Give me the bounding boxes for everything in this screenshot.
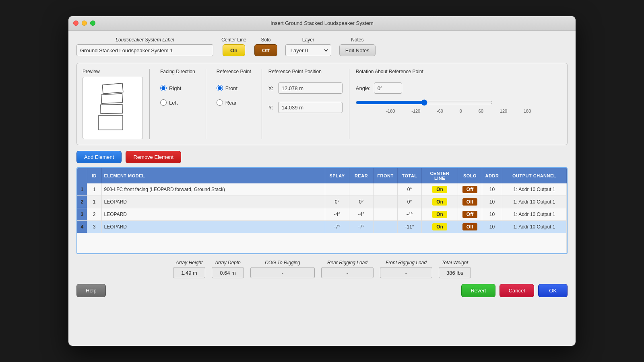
x-input[interactable] — [278, 82, 343, 94]
facing-right-radio[interactable] — [160, 85, 167, 91]
reference-rear-option[interactable]: Rear — [217, 99, 251, 106]
col-rear[interactable]: REAR — [349, 168, 374, 183]
divider-1 — [149, 69, 150, 139]
angle-label: Angle: — [356, 85, 371, 91]
row-4-rear: -7° — [349, 221, 374, 233]
front-rigging-label: Front Rigging Load — [386, 260, 427, 265]
col-splay[interactable]: SPLAY — [325, 168, 349, 183]
system-label-input[interactable] — [76, 44, 213, 56]
row-2-centerline[interactable]: On — [422, 196, 458, 208]
row-1-centerline[interactable]: On — [422, 183, 458, 196]
close-button[interactable] — [73, 21, 78, 26]
remove-element-button[interactable]: Remove Element — [126, 151, 181, 163]
table-row[interactable]: 3 2 LEOPARD -4° -4° -4° On Off 10 1: Add… — [77, 208, 567, 221]
row-3-solo[interactable]: Off — [458, 208, 482, 221]
main-panel: Preview Facing Direction — [76, 63, 568, 145]
col-output[interactable]: OUTPUT CHANNEL — [502, 168, 567, 183]
row-3-total: -4° — [398, 208, 422, 221]
edit-notes-button[interactable]: Edit Notes — [339, 44, 376, 56]
row-2-solo[interactable]: Off — [458, 196, 482, 208]
col-total[interactable]: TOTAL — [398, 168, 422, 183]
facing-right-label: Right — [169, 85, 181, 91]
layer-select-wrapper[interactable]: Layer 0 Layer 1 Layer 2 — [285, 44, 331, 56]
solo-button[interactable]: Off — [254, 44, 277, 56]
minimize-button[interactable] — [82, 21, 87, 26]
row-2-output: 1: Addr 10 Output 1 — [502, 196, 567, 208]
ok-button[interactable]: OK — [538, 284, 568, 297]
col-front[interactable]: FRONT — [374, 168, 398, 183]
traffic-lights — [73, 21, 95, 26]
slider-label-neg180: -180 — [386, 109, 395, 113]
row-2-splay: 0° — [325, 196, 349, 208]
divider-3 — [262, 69, 262, 139]
center-line-button[interactable]: On — [223, 44, 245, 56]
table-row[interactable]: 1 1 900-LFC front facing (LEOPARD forwar… — [77, 183, 567, 196]
col-solo[interactable]: SOLO — [458, 168, 482, 183]
row-4-front — [374, 221, 398, 233]
col-id[interactable]: ID — [87, 168, 101, 183]
row-2-rear: 0° — [349, 196, 374, 208]
bottom-stats: Array Height 1.49 m Array Depth 0.64 m C… — [76, 260, 568, 278]
cancel-button[interactable]: Cancel — [500, 284, 534, 297]
table-body: 1 1 900-LFC front facing (LEOPARD forwar… — [77, 183, 567, 253]
y-input[interactable] — [278, 102, 343, 113]
col-model[interactable]: ELEMENT MODEL — [101, 168, 325, 183]
notes-label: Notes — [351, 37, 363, 43]
row-4-total: -11° — [398, 221, 422, 233]
reference-section: Reference Point Front Rear — [213, 69, 255, 139]
layer-select[interactable]: Layer 0 Layer 1 Layer 2 — [289, 47, 329, 54]
svg-rect-2 — [101, 104, 122, 113]
row-1-rear — [349, 183, 374, 196]
reference-front-radio[interactable] — [217, 85, 223, 91]
svg-rect-1 — [101, 93, 122, 103]
row-1-solo[interactable]: Off — [458, 183, 482, 196]
add-element-button[interactable]: Add Element — [76, 151, 122, 163]
row-3-centerline[interactable]: On — [422, 208, 458, 221]
angle-input[interactable] — [374, 82, 402, 94]
row-3-front — [374, 208, 398, 221]
row-2-model: LEOPARD — [101, 196, 325, 208]
reference-front-option[interactable]: Front — [217, 85, 251, 91]
row-1-output: 1: Addr 10 Output 1 — [502, 183, 567, 196]
array-depth-group: Array Depth 0.64 m — [212, 260, 244, 278]
array-height-value: 1.49 m — [173, 267, 205, 278]
facing-right-option[interactable]: Right — [160, 85, 195, 91]
rotation-slider[interactable] — [356, 99, 493, 106]
col-addr[interactable]: ADDR — [482, 168, 502, 183]
row-3-model: LEOPARD — [101, 208, 325, 221]
array-height-label: Array Height — [176, 260, 203, 265]
ref-pos-label: Reference Point Position — [268, 69, 343, 74]
solo-label: Solo — [261, 37, 270, 43]
reference-front-label: Front — [225, 85, 237, 91]
maximize-button[interactable] — [90, 21, 95, 26]
layer-group: Layer Layer 0 Layer 1 Layer 2 — [285, 37, 331, 56]
table-row[interactable]: 4 3 LEOPARD -7° -7° -11° On Off 10 1: Ad… — [77, 221, 567, 233]
array-depth-label: Array Depth — [215, 260, 241, 265]
system-label-heading: Loudspeaker System Label — [76, 37, 213, 43]
col-row-num — [77, 168, 87, 183]
center-line-group: Center Line On — [221, 37, 246, 56]
help-button[interactable]: Help — [76, 284, 106, 297]
row-4-output: 1: Addr 10 Output 1 — [502, 221, 567, 233]
reference-rear-radio[interactable] — [217, 99, 223, 106]
col-center-line[interactable]: CENTER LINE — [422, 168, 458, 183]
divider-2 — [206, 69, 206, 139]
row-4-centerline[interactable]: On — [422, 221, 458, 233]
row-4-addr: 10 — [482, 221, 502, 233]
row-4-solo[interactable]: Off — [458, 221, 482, 233]
elements-table: ID ELEMENT MODEL SPLAY REAR FRONT TOTAL … — [77, 168, 567, 253]
row-1-front — [374, 183, 398, 196]
facing-left-radio[interactable] — [160, 99, 167, 106]
reference-label: Reference Point — [217, 69, 251, 74]
table-row[interactable]: 2 1 LEOPARD 0° 0° 0° On Off 10 1: Addr 1… — [77, 196, 567, 208]
total-weight-label: Total Weight — [442, 260, 468, 265]
rear-rigging-value: - — [321, 267, 374, 278]
svg-rect-3 — [99, 115, 123, 130]
facing-left-option[interactable]: Left — [160, 99, 195, 106]
row-4-splay: -7° — [325, 221, 349, 233]
slider-container: -180 -120 -60 0 60 120 180 — [356, 99, 561, 113]
revert-button[interactable]: Revert — [461, 284, 495, 297]
cog-label: COG To Rigging — [265, 260, 300, 265]
preview-label: Preview — [83, 69, 143, 74]
window-title: Insert Ground Stacked Loudspeaker System — [270, 20, 374, 26]
